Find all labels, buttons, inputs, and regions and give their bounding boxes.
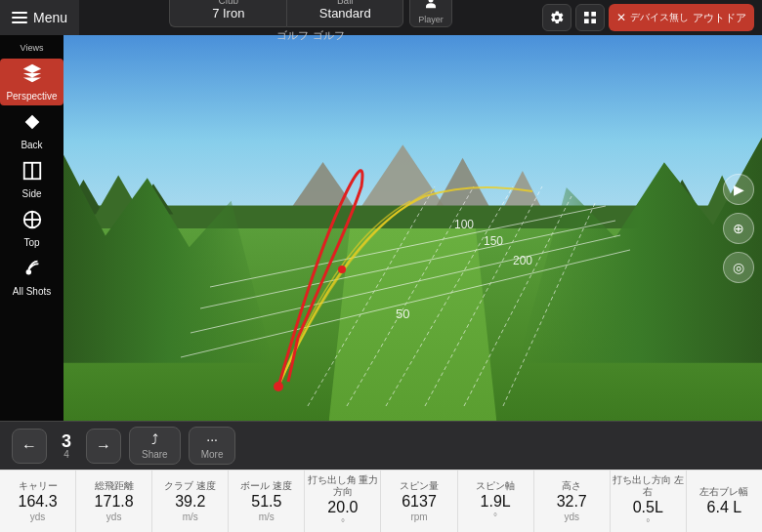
sidebar: Views Perspective Back Side Top — [0, 35, 64, 421]
svg-line-25 — [210, 206, 606, 287]
grid-button[interactable] — [575, 4, 605, 31]
stat-item-5: スピン量 6137 rpm — [381, 471, 457, 532]
ball-selector[interactable]: Ball Standard — [286, 0, 403, 27]
stat-label-4: 打ち出し角 重力方向 — [307, 474, 378, 498]
stat-label-5: スピン量 — [400, 480, 439, 492]
all-shots-label: All Shots — [13, 286, 51, 297]
bottom-controls: ← 3 4 → ⤴ Share ··· More — [0, 421, 762, 470]
stat-label-9: 左右ブレ幅 — [699, 486, 748, 498]
club-selector[interactable]: Club 7 Iron — [169, 0, 286, 27]
sidebar-item-perspective[interactable]: Perspective — [0, 59, 64, 105]
svg-line-22 — [181, 250, 630, 357]
right-controls: ✕ デバイス無し アウトドア — [542, 4, 762, 31]
more-label: More — [201, 449, 224, 460]
sidebar-item-all-shots[interactable]: All Shots — [0, 254, 64, 301]
stat-unit-3: m/s — [259, 512, 275, 522]
stat-value-8: 0.5L — [633, 498, 663, 516]
shot-total: 4 — [64, 450, 69, 460]
svg-point-37 — [338, 266, 346, 273]
stat-item-1: 総飛距離 171.8 yds — [76, 471, 152, 532]
shot-counter: 3 4 — [55, 432, 78, 460]
stat-label-6: スピン軸 — [476, 480, 515, 492]
grid-icon — [582, 10, 598, 25]
ball-value: Standard — [319, 6, 371, 20]
stat-unit-2: m/s — [183, 512, 198, 522]
menu-button[interactable]: Menu — [0, 0, 79, 35]
settings-button[interactable] — [542, 4, 572, 31]
stat-item-4: 打ち出し角 重力方向 20.0 ° — [305, 471, 381, 532]
stat-value-2: 39.2 — [175, 492, 205, 511]
perspective-label: Perspective — [6, 91, 57, 102]
shot-current: 3 — [62, 432, 71, 450]
center-controls: Club 7 Iron Ball Standard Player ゴルフ ゴルフ — [79, 0, 542, 43]
svg-line-31 — [503, 201, 596, 406]
top-bar: Menu Club 7 Iron Ball Standard Player ゴル… — [0, 0, 762, 35]
trajectory-overlay: 200 150 100 50 — [64, 35, 762, 421]
main-area: Views Perspective Back Side Top — [0, 35, 762, 421]
svg-point-36 — [274, 382, 283, 391]
scene: 200 150 100 50 ▶ ⊕ ◎ — [64, 35, 762, 421]
stat-item-8: 打ち出し方向 左右 0.5L ° — [611, 471, 687, 532]
stat-item-0: キャリー 164.3 yds — [0, 471, 76, 532]
stat-label-3: ボール 速度 — [240, 480, 292, 492]
stat-value-9: 6.4 L — [707, 498, 742, 516]
outdoor-label: アウトドア — [693, 11, 746, 25]
stat-value-1: 171.8 — [95, 492, 134, 511]
play-button[interactable]: ▶ — [723, 174, 754, 205]
side-label: Side — [21, 188, 41, 199]
club-ball-row: Club 7 Iron Ball Standard Player — [169, 0, 452, 27]
hamburger-icon — [12, 12, 27, 23]
float-buttons: ▶ ⊕ ◎ — [723, 174, 754, 283]
stat-value-7: 32.7 — [557, 492, 587, 511]
device-label: デバイス無し — [630, 11, 689, 24]
views-label: Views — [21, 43, 44, 53]
svg-rect-4 — [591, 19, 596, 23]
side-icon — [21, 160, 43, 186]
all-shots-icon — [21, 258, 43, 284]
perspective-icon — [21, 62, 43, 89]
subtitle: ゴルフ ゴルフ — [276, 28, 344, 43]
settings-float-button[interactable]: ◎ — [723, 252, 754, 283]
svg-text:50: 50 — [396, 307, 409, 321]
stat-unit-4: ° — [341, 517, 345, 528]
stat-label-7: 高さ — [562, 480, 581, 492]
menu-label: Menu — [33, 10, 67, 25]
zoom-button[interactable]: ⊕ — [723, 213, 754, 244]
stat-unit-8: ° — [646, 517, 650, 528]
stat-label-8: 打ち出し方向 左右 — [613, 474, 684, 498]
svg-text:200: 200 — [513, 254, 532, 267]
stat-value-5: 6137 — [402, 492, 437, 511]
stats-bar: キャリー 164.3 yds 総飛距離 171.8 yds クラブ 速度 39.… — [0, 470, 762, 532]
stat-unit-1: yds — [106, 512, 122, 522]
prev-arrow: ← — [21, 437, 37, 455]
outdoor-button[interactable]: ✕ デバイス無し アウトドア — [609, 4, 754, 31]
next-arrow: → — [96, 437, 111, 455]
svg-text:150: 150 — [484, 234, 503, 248]
stat-item-7: 高さ 32.7 yds — [534, 471, 611, 532]
stat-item-9: 左右ブレ幅 6.4 L — [687, 471, 762, 532]
prev-button[interactable]: ← — [12, 429, 47, 464]
svg-text:100: 100 — [454, 218, 474, 231]
stat-unit-0: yds — [30, 512, 46, 522]
next-button[interactable]: → — [86, 429, 121, 464]
share-button[interactable]: ⤴ Share — [129, 427, 181, 465]
stat-unit-6: ° — [493, 512, 497, 522]
stat-value-0: 164.3 — [19, 492, 58, 511]
sidebar-item-side[interactable]: Side — [0, 156, 64, 203]
more-icon: ··· — [206, 431, 218, 447]
stat-label-2: クラブ 速度 — [164, 480, 216, 492]
svg-line-29 — [425, 186, 542, 406]
svg-line-28 — [386, 186, 513, 406]
stat-item-3: ボール 速度 51.5 m/s — [229, 471, 305, 532]
share-label: Share — [142, 449, 168, 460]
player-button[interactable]: Player — [409, 0, 452, 27]
back-label: Back — [21, 140, 42, 150]
stat-value-3: 51.5 — [251, 492, 281, 511]
share-icon: ⤴ — [151, 431, 158, 447]
svg-rect-3 — [584, 19, 589, 23]
sidebar-item-top[interactable]: Top — [0, 205, 64, 252]
stat-value-4: 20.0 — [327, 498, 358, 516]
more-button[interactable]: ··· More — [189, 427, 236, 465]
x-icon: ✕ — [616, 11, 626, 24]
sidebar-item-back[interactable]: Back — [0, 107, 64, 154]
